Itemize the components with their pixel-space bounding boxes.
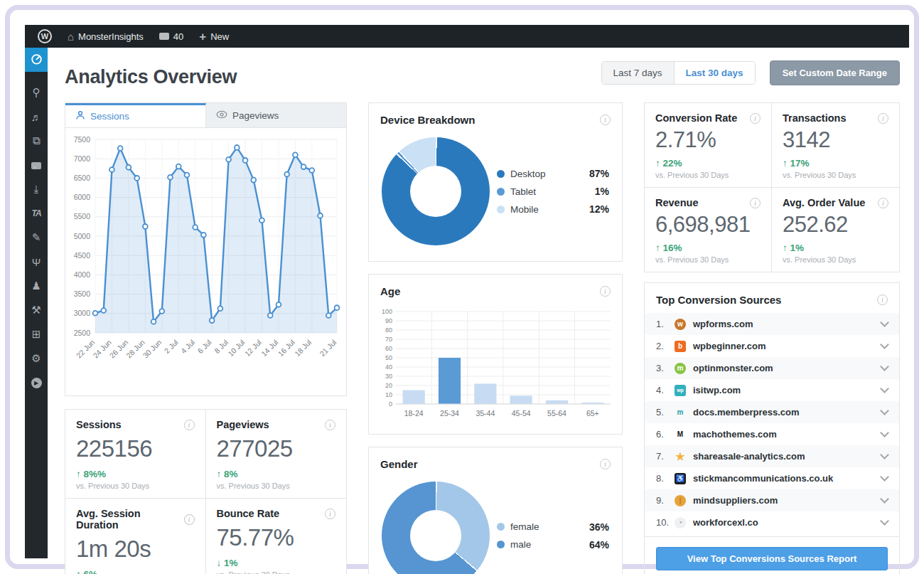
stat-value: 1m 20s — [76, 536, 195, 563]
chevron-down-icon[interactable] — [880, 362, 889, 371]
shareasale-favicon: ★ — [675, 451, 686, 462]
info-icon[interactable]: i — [750, 113, 761, 124]
source-row-wpbeginner.com[interactable]: 2.bwpbeginner.com — [645, 335, 899, 357]
sessions-line-chart: 2500300035004000450050005500600065007000… — [65, 128, 346, 395]
sidebar-item-media[interactable]: ♬ — [25, 105, 48, 129]
range-tab-last-30-days[interactable]: Last 30 days — [674, 62, 755, 84]
range-tab-last-7-days[interactable]: Last 7 days — [602, 62, 674, 84]
sidebar-item-monsterinsights-dashboard[interactable] — [25, 48, 48, 72]
chevron-down-icon[interactable] — [880, 384, 889, 393]
svg-text:90: 90 — [385, 317, 392, 324]
svg-text:65+: 65+ — [586, 409, 599, 418]
source-rank: 10. — [656, 517, 675, 528]
comment-icon — [31, 159, 41, 171]
media-icon: ♬ — [31, 111, 42, 123]
wordpress-menu[interactable]: W — [32, 25, 58, 48]
info-icon[interactable]: i — [184, 420, 195, 430]
screenshot-frame: W ⌂ MonsterInsights 40 + New ⚲♬⧉⤓TA✎Ψ♟⚒⊞… — [5, 5, 919, 569]
chevron-down-icon[interactable] — [880, 494, 889, 504]
stat-delta: ↑ 8%% — [76, 469, 195, 479]
info-icon[interactable]: i — [184, 514, 195, 525]
legend-label: female — [510, 521, 539, 532]
line-chart-svg: 2500300035004000450050005500600065007000… — [65, 128, 345, 393]
stat-card-bounce-rate: Bounce Ratei75.77%↓ 1%vs. Previous 30 Da… — [206, 499, 347, 574]
svg-text:100: 100 — [382, 308, 392, 315]
svg-text:45-54: 45-54 — [512, 409, 531, 418]
home-icon: ⌂ — [68, 31, 74, 42]
source-row-optinmonster.com[interactable]: 3.moptinmonster.com — [645, 357, 899, 379]
svg-text:18 Jul: 18 Jul — [293, 338, 313, 358]
source-row-machothemes.com[interactable]: 6.Mmachothemes.com — [645, 423, 899, 445]
info-icon[interactable]: i — [750, 198, 761, 208]
sidebar-item-pages[interactable]: ⧉ — [25, 129, 48, 153]
svg-text:20: 20 — [385, 382, 392, 389]
source-row-docs.memberpress.com[interactable]: 5.mdocs.memberpress.com — [645, 401, 899, 423]
svg-text:25-34: 25-34 — [440, 409, 459, 418]
sidebar-item-tools[interactable]: ⚒ — [25, 298, 48, 322]
source-row-mindsuppliers.com[interactable]: 9.∣mindsuppliers.com — [645, 489, 899, 511]
tab-pageviews[interactable]: Pageviews — [206, 103, 346, 127]
chevron-down-icon[interactable] — [880, 318, 889, 327]
info-icon[interactable]: i — [600, 115, 611, 125]
sidebar-item-appearance[interactable]: ✎ — [25, 225, 48, 250]
chevron-down-icon[interactable] — [880, 428, 889, 437]
svg-text:3000: 3000 — [74, 309, 91, 317]
source-domain: wpbeginner.com — [693, 341, 766, 351]
top-sources-title: Top Conversion Sources — [656, 294, 781, 306]
info-icon[interactable]: i — [325, 420, 335, 430]
sidebar-item-collapse-menu[interactable]: ▶ — [25, 371, 48, 395]
info-icon[interactable]: i — [878, 198, 888, 208]
info-icon[interactable]: i — [325, 509, 335, 519]
legend: female36%male64% — [497, 521, 609, 551]
download-icon: ⤓ — [34, 183, 39, 196]
up-arrow-icon: ↑ — [76, 569, 81, 574]
svg-text:4000: 4000 — [74, 270, 91, 279]
svg-text:4 Jul: 4 Jul — [179, 338, 196, 355]
source-row-shareasale-analytics.com[interactable]: 7.★shareasale-analytics.com — [645, 445, 899, 467]
info-icon[interactable]: i — [600, 286, 611, 297]
stat-delta: ↑ 1% — [783, 243, 888, 253]
sidebar-item-downloads[interactable]: ⤓ — [25, 177, 48, 201]
sidebar-item-monsterinsights-settings[interactable]: ⚙ — [25, 346, 48, 371]
source-domain: stickmancommunications.co.uk — [693, 473, 833, 484]
set-custom-date-range-button[interactable]: Set Custom Date Range — [770, 60, 900, 85]
tab-sessions[interactable]: Sessions — [65, 103, 206, 127]
chevron-down-icon[interactable] — [880, 450, 889, 459]
sliders-icon: ⊞ — [32, 328, 41, 341]
sidebar-item-settings-panel[interactable]: ⊞ — [25, 322, 48, 346]
comments-shortcut[interactable]: 40 — [154, 25, 189, 48]
down-arrow-icon: ↓ — [217, 558, 222, 568]
site-name: MonsterInsights — [78, 31, 144, 42]
new-label: New — [210, 31, 229, 42]
source-row-workforcexl.co[interactable]: 10.◔workforcexl.co — [645, 511, 899, 533]
svg-text:2500: 2500 — [74, 329, 91, 337]
source-domain: docs.memberpress.com — [693, 407, 800, 418]
stickman-favicon: ♿ — [675, 473, 686, 484]
page-header: Analytics Overview Last 7 daysLast 30 da… — [65, 60, 900, 88]
info-icon[interactable]: i — [600, 459, 611, 469]
sidebar-item-users[interactable]: ♟ — [25, 274, 48, 298]
source-row-wpforms.com[interactable]: 1.wwpforms.com — [645, 313, 899, 335]
source-row-isitwp.com[interactable]: 4.wpisitwp.com — [645, 379, 899, 401]
workforcexl-favicon: ◔ — [675, 517, 686, 528]
stat-card-sessions: Sessionsi225156↑ 8%%vs. Previous 30 Days — [65, 410, 206, 499]
site-menu[interactable]: ⌂ MonsterInsights — [62, 25, 149, 48]
source-domain: isitwp.com — [693, 385, 741, 395]
chevron-down-icon[interactable] — [880, 340, 889, 349]
source-domain: machothemes.com — [693, 429, 777, 440]
up-arrow-icon: ↑ — [217, 469, 222, 479]
info-icon[interactable]: i — [877, 294, 888, 305]
sidebar-item-plugins[interactable]: Ψ — [25, 250, 48, 274]
legend-label: Desktop — [510, 169, 546, 179]
info-icon[interactable]: i — [878, 113, 888, 124]
chevron-down-icon[interactable] — [880, 406, 889, 415]
sidebar-item-ta-menu[interactable]: TA — [25, 201, 48, 225]
new-content-menu[interactable]: + New — [193, 25, 235, 48]
view-top-conversions-report-button[interactable]: View Top Conversions Sources Report — [656, 547, 888, 570]
sidebar-item-comments[interactable] — [25, 153, 48, 177]
sidebar-item-posts[interactable]: ⚲ — [25, 80, 48, 105]
stat-delta: ↑ 8% — [217, 469, 336, 479]
source-row-stickmancommunications.co.uk[interactable]: 8.♿stickmancommunications.co.uk — [645, 467, 899, 489]
chevron-down-icon[interactable] — [880, 516, 889, 526]
chevron-down-icon[interactable] — [880, 472, 889, 482]
